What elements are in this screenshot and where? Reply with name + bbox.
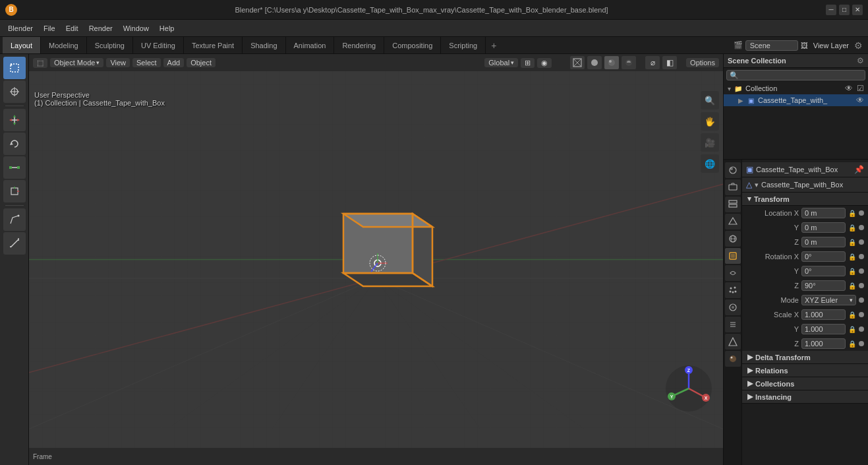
rotation-x-lock[interactable]: 🔒	[848, 253, 856, 261]
minimize-button[interactable]: ─	[826, 5, 836, 15]
outliner-item-cassette[interactable]: ▶ ▣ Cassette_Tape_with_ 👁	[724, 94, 868, 106]
scale-y-lock[interactable]: 🔒	[848, 326, 856, 333]
collection-expand-arrow[interactable]: ▾	[728, 85, 731, 92]
material-props-icon[interactable]	[725, 351, 741, 367]
location-y-lock[interactable]: 🔒	[848, 224, 856, 232]
selected-object[interactable]	[310, 201, 442, 299]
location-x-lock[interactable]: 🔒	[848, 210, 856, 217]
render-props-icon[interactable]	[725, 162, 741, 178]
pin-icon[interactable]: 📌	[854, 165, 864, 174]
scale-y-dot[interactable]	[859, 326, 864, 332]
scale-x-field[interactable]: 1.000	[801, 309, 846, 320]
location-z-field[interactable]: 0 m	[801, 237, 846, 247]
shading-material[interactable]	[604, 56, 619, 69]
data-props-icon[interactable]	[725, 334, 741, 350]
scale-tool[interactable]	[3, 156, 26, 179]
rotation-z-dot[interactable]	[859, 283, 864, 288]
rotation-z-lock[interactable]: 🔒	[848, 282, 856, 290]
camera-btn[interactable]: 🎥	[701, 133, 719, 152]
rotation-y-lock[interactable]: 🔒	[848, 268, 856, 275]
collection-visibility-icon[interactable]: 👁	[845, 84, 853, 93]
options-dropdown[interactable]: Options	[686, 58, 719, 67]
tab-uv-editing[interactable]: UV Editing	[133, 37, 184, 53]
cassette-expand-arrow[interactable]: ▶	[738, 97, 743, 104]
location-z-lock[interactable]: 🔒	[848, 239, 856, 246]
modifier-props-icon[interactable]	[725, 265, 741, 281]
scale-z-lock[interactable]: 🔒	[848, 340, 856, 348]
cursor-tool[interactable]	[3, 80, 26, 103]
menu-window[interactable]: Window	[118, 23, 154, 34]
scale-z-field[interactable]: 1.000	[801, 338, 846, 349]
location-x-field[interactable]: 0 m	[801, 208, 846, 218]
output-props-icon[interactable]	[725, 179, 741, 195]
collections-section-header[interactable]: ▶ Collections	[742, 377, 868, 390]
shading-solid[interactable]	[587, 56, 602, 69]
search-overlay-btn[interactable]: 🔍	[701, 91, 719, 109]
viewport-canvas[interactable]: User Perspective (1) Collection | Casset…	[29, 71, 723, 448]
scale-x-dot[interactable]	[859, 312, 864, 317]
tab-modeling[interactable]: Modeling	[41, 37, 87, 53]
cassette-visibility-icon[interactable]: 👁	[856, 96, 864, 105]
scale-z-dot[interactable]	[859, 341, 864, 346]
location-y-field[interactable]: 0 m	[801, 222, 846, 233]
proportional-edit[interactable]: ◉	[537, 58, 552, 68]
shading-wireframe[interactable]	[570, 56, 585, 69]
relations-section-header[interactable]: ▶ Relations	[742, 364, 868, 377]
viewport-3d[interactable]: ⬚ Object Mode ▾ View Select Add Object G…	[29, 54, 723, 465]
orientation-gizmo[interactable]: Z X Y	[662, 362, 715, 415]
move-tool[interactable]	[3, 109, 26, 131]
rotate-tool[interactable]	[3, 133, 26, 155]
rotation-y-field[interactable]: 0°	[801, 266, 846, 276]
add-menu[interactable]: Add	[163, 58, 185, 67]
tab-rendering[interactable]: Rendering	[334, 37, 384, 53]
location-z-dot[interactable]	[859, 239, 864, 245]
hand-tool-btn[interactable]: 🖐	[701, 112, 719, 131]
select-box-tool[interactable]	[3, 57, 26, 79]
measure-tool[interactable]	[3, 232, 26, 255]
viewport-background[interactable]: User Perspective (1) Collection | Casset…	[29, 71, 723, 448]
rotation-x-dot[interactable]	[859, 254, 864, 259]
transform-section-header[interactable]: ▾ Transform	[742, 193, 868, 206]
menu-render[interactable]: Render	[84, 23, 118, 34]
object-props-icon[interactable]	[725, 248, 741, 264]
view-layer-props-icon[interactable]	[725, 197, 741, 212]
editor-type-button[interactable]: ⬚	[33, 58, 47, 68]
annotate-tool[interactable]	[3, 208, 26, 231]
menu-help[interactable]: Help	[154, 23, 180, 34]
object-menu[interactable]: Object	[187, 58, 216, 67]
menu-edit[interactable]: Edit	[61, 23, 84, 34]
view-menu[interactable]: View	[106, 58, 130, 67]
outliner-filter-icon[interactable]: ⚙	[857, 56, 864, 65]
xray-toggle[interactable]: ◧	[662, 56, 677, 69]
tab-layout[interactable]: Layout	[3, 37, 41, 53]
add-workspace-button[interactable]: +	[486, 37, 502, 53]
rotation-mode-dropdown[interactable]: XYZ Euler ▾	[801, 295, 856, 305]
data-dropdown-arrow[interactable]: ▾	[755, 181, 759, 189]
maximize-button[interactable]: □	[839, 5, 850, 15]
particles-props-icon[interactable]	[725, 282, 741, 298]
menu-blender[interactable]: Blender	[3, 23, 38, 34]
tab-sculpting[interactable]: Sculpting	[87, 37, 133, 53]
close-button[interactable]: ✕	[852, 5, 863, 15]
outliner-item-collection[interactable]: ▾ 📁 Collection 👁 ☑	[724, 82, 868, 94]
location-y-dot[interactable]	[859, 225, 864, 230]
scene-field[interactable]	[745, 40, 798, 51]
tab-scripting[interactable]: Scripting	[441, 37, 486, 53]
tab-shading[interactable]: Shading	[243, 37, 285, 53]
transform-dropdown[interactable]: Global ▾	[484, 58, 518, 67]
scale-x-lock[interactable]: 🔒	[848, 311, 856, 319]
delta-transform-section-header[interactable]: ▶ Delta Transform	[742, 351, 868, 364]
outliner-search-input[interactable]	[726, 70, 865, 80]
shading-rendered[interactable]	[622, 56, 636, 69]
location-x-dot[interactable]	[859, 210, 864, 216]
transform-tool[interactable]	[3, 180, 26, 202]
tab-texture-paint[interactable]: Texture Paint	[184, 37, 243, 53]
rotation-mode-dot[interactable]	[859, 297, 864, 303]
tab-compositing[interactable]: Compositing	[384, 37, 441, 53]
select-menu[interactable]: Select	[132, 58, 161, 67]
scene-props-icon[interactable]	[725, 214, 741, 230]
constraints-props-icon[interactable]	[725, 317, 741, 332]
world-btn[interactable]: 🌐	[701, 154, 719, 173]
tab-animation[interactable]: Animation	[286, 37, 335, 53]
mode-dropdown[interactable]: Object Mode ▾	[50, 58, 103, 67]
